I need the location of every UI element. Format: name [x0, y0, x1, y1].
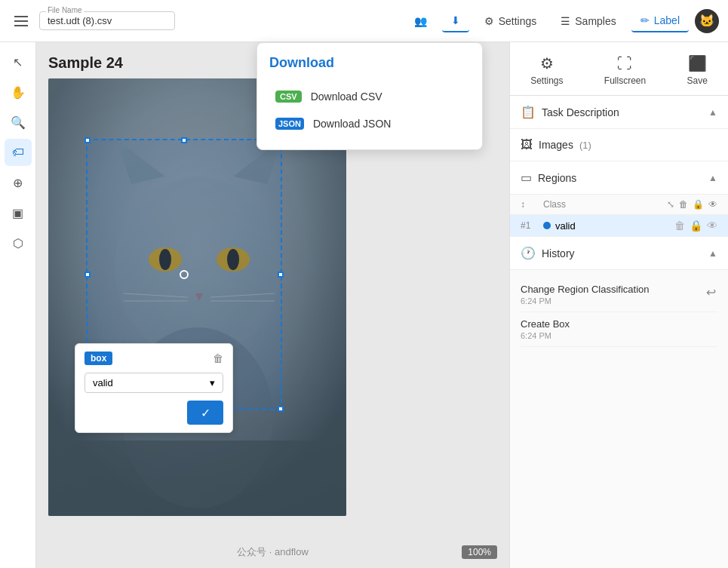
grab-tool-button[interactable]: ✋	[5, 78, 32, 106]
download-csv-label: Download CSV	[311, 91, 382, 103]
region-expand-icon: ⤡	[667, 199, 674, 210]
samples-button[interactable]: ☰ Samples	[551, 11, 625, 32]
file-name-label: File Name	[46, 6, 84, 14]
region-row-1[interactable]: #1 valid 🗑 🔒 👁	[510, 215, 728, 237]
images-label: Images	[539, 139, 573, 151]
download-csv-item[interactable]: CSV Download CSV	[269, 83, 470, 110]
task-description-label: Task Description	[542, 106, 619, 118]
history-time-2: 6:24 PM	[521, 331, 570, 340]
regions-icon: ▭	[521, 170, 532, 185]
download-title: Download	[269, 55, 470, 71]
history-label: History	[542, 247, 575, 259]
history-action-2: Create Box	[521, 318, 570, 330]
region-visibility-header-icon: 👁	[708, 199, 717, 210]
settings-label: Settings	[499, 15, 537, 27]
zoom-badge: 100%	[462, 545, 497, 559]
history-item-2: Create Box 6:24 PM	[521, 312, 717, 347]
right-panel: ⚙ Settings ⛶ Fullscreen ⬛ Save 📋 Task De…	[509, 42, 728, 568]
label-label: Label	[654, 14, 680, 26]
images-section[interactable]: 🖼 Images (1)	[510, 129, 728, 161]
handle-bottom-right[interactable]	[278, 406, 284, 412]
samples-label: Samples	[575, 15, 616, 27]
github-icon[interactable]: 🐱	[695, 9, 719, 33]
region-lock-header-icon: 🔒	[693, 199, 704, 210]
annotation-class-value: valid	[93, 377, 113, 388]
handle-top-left[interactable]	[84, 137, 91, 143]
regions-table-header: ↕ Class ⤡ 🗑 🔒 👁	[510, 195, 728, 215]
handle-middle-left[interactable]	[84, 272, 91, 278]
regions-chevron: ▲	[708, 173, 717, 183]
download-icon: ⬇	[451, 14, 460, 26]
annotation-popup: box 🗑 valid ▾ ✓	[75, 343, 233, 433]
handle-top-center[interactable]	[181, 137, 187, 143]
task-description-icon: 📋	[521, 105, 536, 119]
history-time-1: 6:24 PM	[521, 296, 650, 305]
search-tool-button[interactable]: 🔍	[5, 109, 32, 136]
tag-tool-button[interactable]: 🏷	[5, 139, 32, 166]
team-icon: 👥	[414, 15, 427, 27]
annotation-class-select[interactable]: valid ▾	[84, 373, 223, 393]
circle-tool-button[interactable]: ⊕	[5, 169, 32, 196]
settings-panel-icon: ⚙	[540, 54, 554, 72]
history-item-1: Change Region Classification 6:24 PM ↩	[521, 278, 717, 312]
fullscreen-icon: ⛶	[617, 55, 632, 72]
annotation-confirm-button[interactable]: ✓	[187, 401, 223, 425]
save-label: Save	[687, 75, 707, 86]
topbar: File Name test.udt (8).csv 👥 ⬇ ⚙ Setting…	[0, 0, 728, 42]
task-description-section[interactable]: 📋 Task Description ▲	[510, 96, 728, 129]
task-description-chevron: ▲	[708, 107, 717, 118]
svg-rect-14	[48, 441, 346, 516]
handle-middle-right[interactable]	[278, 272, 284, 278]
settings-panel-label: Settings	[530, 75, 563, 86]
box-tool-button[interactable]: ▣	[5, 199, 32, 226]
settings-gear-icon: ⚙	[484, 15, 494, 27]
annotation-dropdown-icon: ▾	[210, 377, 215, 388]
annotation-delete-button[interactable]: 🗑	[213, 352, 223, 364]
label-button[interactable]: ✏ Label	[631, 10, 689, 32]
download-json-label: Download JSON	[313, 118, 392, 130]
region-class-name: valid	[555, 220, 674, 232]
region-delete-icon[interactable]: 🗑	[674, 220, 685, 232]
regions-table-icons: ⤡ 🗑 🔒 👁	[667, 199, 717, 210]
download-json-item[interactable]: JSON Download JSON	[269, 110, 470, 137]
history-content: Change Region Classification 6:24 PM ↩ C…	[510, 270, 728, 355]
download-button[interactable]: ⬇	[442, 10, 469, 32]
annotation-tag: box	[84, 352, 112, 365]
sample-title: Sample 24	[48, 54, 123, 72]
history-header-left: 🕐 History	[521, 246, 575, 260]
segment-tool-button[interactable]: ⬡	[5, 229, 32, 256]
region-actions: 🗑 🔒 👁	[674, 220, 717, 232]
samples-list-icon: ☰	[561, 15, 570, 27]
history-icon: 🕐	[521, 246, 536, 260]
select-tool-button[interactable]: ↖	[5, 48, 32, 75]
region-lock-icon[interactable]: 🔒	[690, 220, 702, 232]
region-color-dot	[543, 222, 551, 229]
regions-section[interactable]: ▭ Regions ▲	[510, 161, 728, 195]
file-name-value: test.udt (8).csv	[48, 15, 112, 26]
csv-badge: CSV	[275, 91, 302, 103]
download-dropdown: Download CSV Download CSV JSON Download …	[256, 42, 483, 150]
fullscreen-label: Fullscreen	[604, 75, 646, 86]
file-name-box[interactable]: File Name test.udt (8).csv	[39, 11, 175, 30]
regions-col-class: Class	[543, 199, 667, 210]
settings-panel-button[interactable]: ⚙ Settings	[521, 51, 572, 89]
regions-label: Regions	[538, 172, 576, 184]
save-button[interactable]: ⬛ Save	[677, 51, 716, 89]
right-toolbar: ⚙ Settings ⛶ Fullscreen ⬛ Save	[510, 42, 728, 96]
annotation-header: box 🗑	[84, 352, 223, 365]
fullscreen-button[interactable]: ⛶ Fullscreen	[595, 52, 655, 89]
history-chevron: ▲	[708, 248, 717, 259]
regions-col-sort-icon: ↕	[521, 199, 543, 210]
settings-button[interactable]: ⚙ Settings	[475, 11, 546, 32]
team-button[interactable]: 👥	[405, 11, 436, 32]
left-toolbar: ↖ ✋ 🔍 🏷 ⊕ ▣ ⬡	[0, 42, 36, 568]
history-action-1: Change Region Classification	[521, 284, 650, 295]
bbox-center-handle[interactable]	[180, 270, 189, 279]
region-visibility-icon[interactable]: 👁	[707, 220, 717, 232]
json-badge: JSON	[275, 118, 304, 130]
history-undo-1[interactable]: ↩	[705, 284, 717, 301]
task-description-header-left: 📋 Task Description	[521, 105, 619, 119]
history-section[interactable]: 🕐 History ▲	[510, 237, 728, 270]
save-icon: ⬛	[688, 54, 707, 72]
menu-icon[interactable]	[9, 9, 33, 33]
